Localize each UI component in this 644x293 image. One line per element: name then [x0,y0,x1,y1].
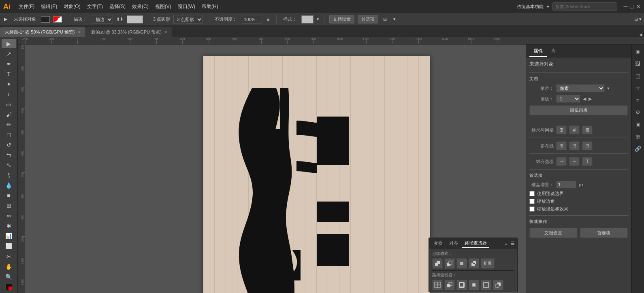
preferences-btn[interactable]: 首选项 [358,15,378,23]
menu-file[interactable]: 文件(F) [19,3,34,10]
tool-select[interactable]: ▶ [2,39,16,48]
maximize-icon[interactable]: □ [630,3,633,10]
pf-expand-icon[interactable]: ≡ [505,241,508,246]
doc-settings-btn[interactable]: 文档设置 [329,15,354,23]
unit-select[interactable]: 像素 [556,84,605,92]
pf-tab-pathfinder[interactable]: 路径查找器 [462,239,489,248]
rs-links-btn[interactable]: 🔗 [633,143,643,154]
panel-toggle-icon[interactable]: ⊟ ▾ [634,17,642,22]
pf-minus-back-btn[interactable] [493,280,503,290]
tool-blend[interactable]: ∞ [2,211,16,221]
tool-brush[interactable]: 🖌 [2,110,16,119]
rs-menu-btn[interactable]: ≡ [633,95,643,105]
tool-hand[interactable]: ✋ [2,262,16,271]
point-dropdown[interactable]: 3 点圆形 [173,15,203,24]
tool-artboard[interactable]: ⬜ [2,242,16,251]
rs-settings-btn[interactable]: ⚙ [633,107,643,117]
menu-effect[interactable]: 效果(C) [132,3,149,10]
keyboard-increment-input[interactable] [556,181,576,188]
tool-fill[interactable] [2,282,16,291]
tab-library[interactable]: 库 [547,46,560,57]
align-icon-2[interactable]: ⊢ [569,157,580,166]
pf-expand-btn[interactable]: 扩展 [481,258,495,269]
menu-bar[interactable]: 文件(F) 编辑(E) 对象(O) 文字(T) 选择(S) 效果(C) 视图(V… [19,3,218,10]
tool-graph[interactable]: 📊 [2,231,16,241]
opacity-icon[interactable]: ≡ [265,16,271,23]
tool-rotate[interactable]: ↺ [2,140,16,149]
canvas-viewport[interactable]: 变换 对齐 路径查找器 ≡ ☰ 形状模式： [25,52,526,293]
pf-merge-btn[interactable] [456,280,467,290]
align-icon-3[interactable]: ⊤ [582,157,593,166]
scale-stroke-checkbox[interactable] [529,206,535,212]
pf-intersect-btn[interactable] [456,258,467,269]
pf-divide-btn[interactable] [432,280,443,290]
tab-1[interactable]: 新的.ai @ 33.33% (RGB/GPU 预览) ✕ [86,27,172,37]
pf-tab-align[interactable]: 对齐 [447,240,461,247]
tool-scale[interactable]: ⤡ [2,161,16,170]
rs-color-btn[interactable]: ◉ [633,46,643,57]
tab-1-close[interactable]: ✕ [164,30,167,34]
menu-object[interactable]: 对象(O) [64,3,80,10]
canvas-nav-next[interactable]: ▶ [589,96,592,102]
pf-trim-btn[interactable] [444,280,455,290]
tool-rect[interactable]: ▭ [2,100,16,109]
rs-grid-btn[interactable]: ⊞ [633,131,643,142]
guide-icon-3[interactable]: ⊡ [582,141,593,150]
pf-unite-btn[interactable] [432,258,443,269]
rs-layers-btn[interactable]: ◫ [633,70,643,81]
minimize-icon[interactable]: ─ [624,3,628,10]
menu-edit[interactable]: 编辑(E) [41,3,57,10]
tool-mirror[interactable]: ⇆ [2,151,16,160]
tool-pen[interactable]: ✒ [2,59,16,68]
tab-0[interactable]: 未标题-1* @ 50% (RGB/GPU 预览) ✕ [0,27,85,37]
tabbar-collapse[interactable]: ◀ [637,32,644,37]
ruler-icon-2[interactable]: # [569,125,580,134]
ruler-icon-3[interactable]: ⊠ [582,125,593,134]
tool-symbol[interactable]: ✱ [2,221,16,231]
tool-type[interactable]: T [2,69,16,79]
opacity-input[interactable] [242,15,262,24]
search-input[interactable] [552,2,617,11]
align-icon-1[interactable]: ⊣ [556,157,567,166]
style-dropdown-icon[interactable]: ▾ [317,17,319,22]
rs-image-btn[interactable]: 🖼 [633,58,643,69]
tool-mesh[interactable]: ⊞ [2,201,16,210]
pf-crop-btn[interactable] [469,280,479,290]
tool-slice[interactable]: ✂ [2,252,16,261]
tool-gradient[interactable]: ■ [2,191,16,200]
menu-help[interactable]: 帮助(H) [202,3,218,10]
snap-dropdown[interactable]: 描边 [92,15,113,24]
tool-direct-select[interactable]: ↗ [2,49,16,58]
pf-minus-front-btn[interactable] [444,258,455,269]
canvas-select[interactable]: 1 [556,95,580,103]
tool-eraser[interactable]: ◻ [2,130,16,139]
rs-star-btn[interactable]: ☆ [633,83,643,93]
menu-type[interactable]: 文字(T) [87,3,103,10]
ruler-icon-1[interactable]: ⊞ [556,125,567,134]
pf-exclude-btn[interactable] [469,258,479,269]
tool-pencil[interactable]: ✏ [2,120,16,129]
fill-color-box[interactable] [41,16,50,23]
tool-eyedropper[interactable]: 💧 [2,181,16,190]
guide-icon-1[interactable]: ⊞ [556,141,567,150]
stroke-color-box[interactable] [53,16,62,23]
rs-panel-btn[interactable]: ▣ [633,119,643,130]
quick-preferences-btn[interactable]: 首选项 [580,228,628,238]
tool-shaper[interactable]: ⟆ [2,171,16,180]
snap-arrows[interactable]: ⬆⬇ [116,17,124,22]
canvas-nav-prev[interactable]: ◀ [583,96,586,102]
tool-zoom[interactable]: 🔍 [2,272,16,281]
menu-window[interactable]: 窗口(W) [178,3,195,10]
arrange-icon[interactable]: ⊞ [382,16,388,23]
arrange-dropdown[interactable]: ▾ [392,16,397,23]
tab-0-close[interactable]: ✕ [77,30,81,34]
close-icon[interactable]: ✕ [636,3,641,10]
pf-menu-icon[interactable]: ☰ [511,241,515,246]
tab-properties[interactable]: 属性 [529,46,547,57]
tool-touch[interactable]: ✦ [2,79,16,89]
edit-canvas-btn[interactable]: 编辑画板 [529,105,628,115]
mode-dropdown-icon[interactable]: ▾ [547,4,549,9]
pf-outline-btn[interactable] [481,280,491,290]
menu-select[interactable]: 选择(S) [109,3,126,10]
tool-line[interactable]: / [2,89,16,99]
